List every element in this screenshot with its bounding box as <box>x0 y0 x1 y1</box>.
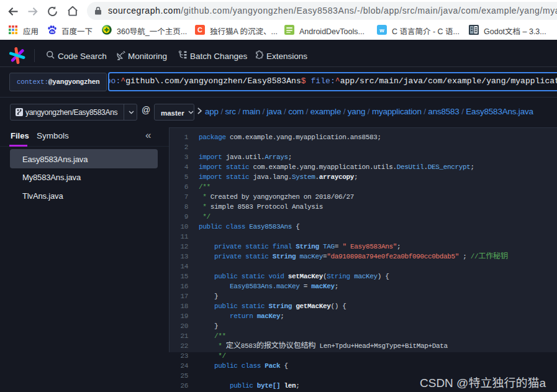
svg-text:w: w <box>379 27 384 34</box>
svg-text:C: C <box>197 26 202 34</box>
svg-text:du: du <box>50 30 55 34</box>
